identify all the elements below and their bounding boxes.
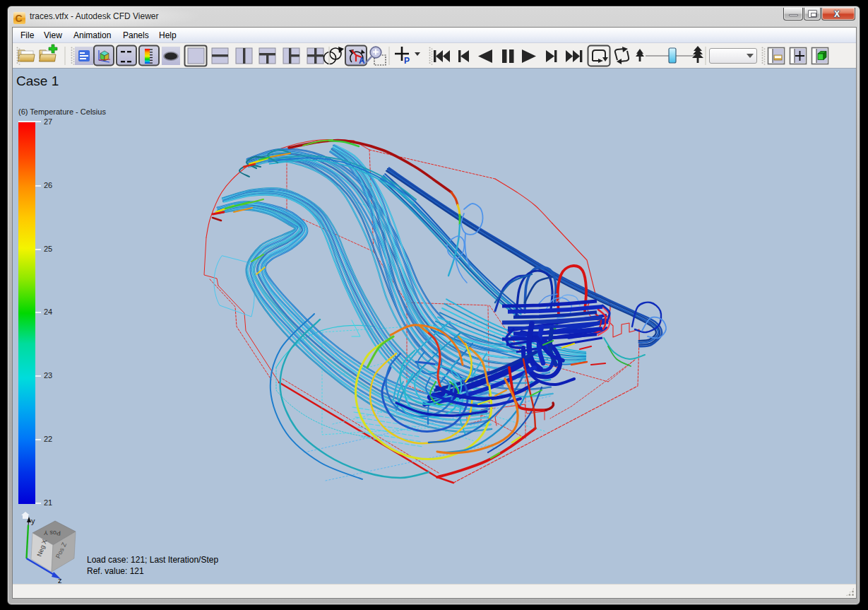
svg-text:P: P — [404, 56, 410, 66]
svg-text:z: z — [58, 576, 62, 584]
svg-text:A: A — [359, 56, 365, 66]
svg-text:y: y — [31, 517, 35, 525]
svg-text:Pos Y: Pos Y — [44, 529, 61, 537]
